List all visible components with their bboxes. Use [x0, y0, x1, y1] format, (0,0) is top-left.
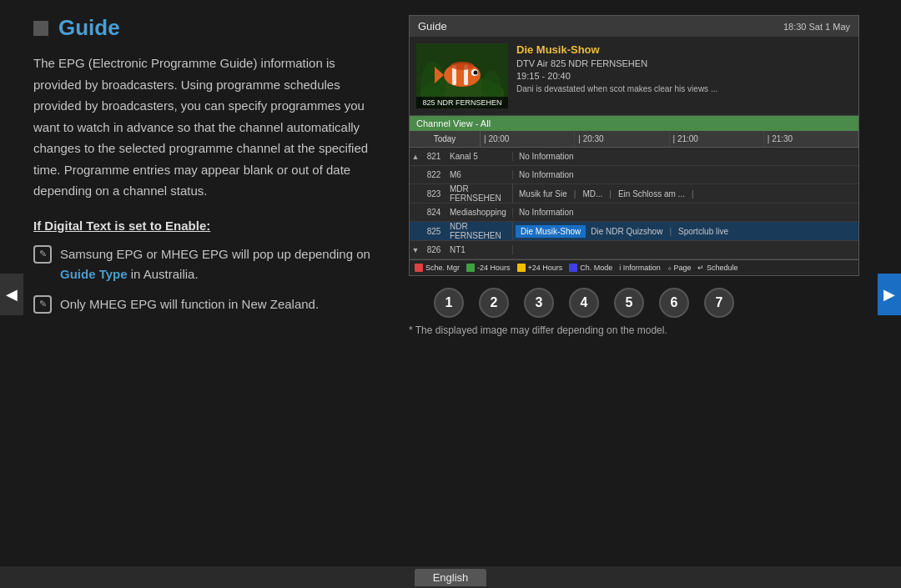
- epg-time-2100: | 21:00: [670, 131, 764, 147]
- note-item-1: ✎ Samsung EPG or MHEG EPG will pop up de…: [33, 244, 384, 284]
- program-cell-active: Die Musik-Show: [516, 225, 586, 238]
- disclaimer-text: * The displayed image may differ dependi…: [409, 324, 667, 336]
- row-channel-name: NT1: [446, 245, 513, 254]
- divider: |: [572, 189, 578, 199]
- red-btn-icon: [415, 264, 423, 272]
- program-cell: Ein Schloss am ...: [615, 188, 688, 200]
- bottom-bar: English: [0, 566, 901, 588]
- num-btn-1[interactable]: 1: [434, 288, 464, 318]
- epg-timeline-today: Today: [410, 131, 481, 147]
- num-btn-3[interactable]: 3: [524, 288, 554, 318]
- sche-label: Sche. Mgr: [425, 264, 460, 272]
- row-num: 822: [421, 170, 446, 179]
- note-text-2: Only MHEG EPG will function in New Zeala…: [60, 294, 319, 314]
- buttons-row: 1 2 3 4 5 6 7: [409, 288, 734, 318]
- num-btn-4[interactable]: 4: [569, 288, 599, 318]
- epg-footer-sche[interactable]: Sche. Mgr: [415, 264, 460, 272]
- note-icon-1: ✎: [33, 245, 52, 264]
- row-arrow: ▲: [410, 153, 421, 161]
- row-arrow: ▼: [410, 246, 421, 254]
- num-btn-2[interactable]: 2: [479, 288, 509, 318]
- nav-arrow-right[interactable]: ▶: [878, 274, 901, 315]
- program-cell: No Information: [516, 168, 577, 181]
- epg-footer-24back[interactable]: -24 Hours: [466, 264, 511, 272]
- epg-footer-info[interactable]: i Information: [619, 264, 661, 272]
- epg-channel-view-bar: Channel View - All: [410, 116, 858, 131]
- blue-btn-icon: [569, 264, 577, 272]
- table-row[interactable]: 822 M6 No Information: [410, 166, 858, 184]
- epg-time-2030: | 20:30: [575, 131, 669, 147]
- epg-footer-page[interactable]: ⬦ Page: [667, 264, 692, 272]
- num-btn-5[interactable]: 5: [614, 288, 644, 318]
- num-btn-6[interactable]: 6: [659, 288, 689, 318]
- epg-program-channel: DTV Air 825 NDR FERNSEHEN: [516, 58, 852, 68]
- table-row[interactable]: 824 Mediashopping No Information: [410, 204, 858, 222]
- row-num: 825: [421, 227, 446, 236]
- page-title: Guide: [58, 15, 120, 41]
- program-cell: Musik fur Sie: [516, 188, 571, 200]
- green-btn-icon: [466, 264, 475, 272]
- row-channel-name: NDR FERNSEHEN: [446, 222, 513, 240]
- row-programs: No Information: [513, 148, 858, 164]
- row-programs: No Information: [513, 204, 858, 220]
- right-panel: Guide 18:30 Sat 1 May: [409, 15, 868, 484]
- epg-channel-rows: ▲ 821 Kanal 5 No Information 822 M6 No I…: [410, 148, 858, 259]
- epg-footer: Sche. Mgr -24 Hours +24 Hours Ch. Mode i…: [410, 259, 858, 275]
- note-text-1: Samsung EPG or MHEG EPG will pop up depe…: [60, 244, 384, 284]
- digital-text-heading: If Digital Text is set to Enable:: [33, 219, 384, 233]
- epg-program-title: Die Musik-Show: [516, 43, 852, 56]
- title-square-icon: [33, 21, 48, 36]
- program-cell: Die NDR Quizshow: [587, 225, 666, 238]
- 24back-label: -24 Hours: [477, 264, 511, 272]
- row-channel-name: M6: [446, 170, 513, 179]
- num-btn-7[interactable]: 7: [704, 288, 734, 318]
- epg-timeline-slots: | 20:00 | 20:30 | 21:00 | 21:30: [481, 131, 858, 147]
- epg-program-time: 19:15 - 20:40: [516, 71, 852, 81]
- row-programs: No Information: [513, 167, 858, 183]
- row-channel-name: MDR FERNSEHEN: [446, 184, 513, 203]
- schedule-label: ↵ Schedule: [697, 264, 737, 272]
- right-arrow-icon: ▶: [883, 285, 895, 304]
- svg-point-10: [450, 62, 474, 70]
- yellow-btn-icon: [517, 264, 526, 272]
- row-programs: [513, 249, 858, 252]
- row-channel-name: Mediashopping: [446, 208, 513, 217]
- table-row[interactable]: 825 NDR FERNSEHEN Die Musik-Show Die NDR…: [410, 222, 858, 241]
- epg-time-2000: | 20:00: [481, 131, 575, 147]
- chmode-label: Ch. Mode: [580, 264, 612, 272]
- nav-arrow-left[interactable]: ◀: [0, 274, 23, 315]
- guide-type-link: Guide Type: [60, 267, 128, 281]
- program-cell: MD...: [579, 188, 606, 200]
- epg-thumbnail: 825 NDR FERNSEHEN: [416, 43, 508, 108]
- program-cell: Sportclub live: [675, 225, 732, 238]
- epg-top-info: 825 NDR FERNSEHEN Die Musik-Show DTV Air…: [410, 37, 858, 116]
- epg-footer-24fwd[interactable]: +24 Hours: [517, 264, 563, 272]
- epg-footer-chmode[interactable]: Ch. Mode: [569, 264, 612, 272]
- divider: |: [690, 189, 696, 199]
- note-item-2: ✎ Only MHEG EPG will function in New Zea…: [33, 294, 384, 314]
- row-num: 824: [421, 208, 446, 217]
- table-row[interactable]: ▼ 826 NT1: [410, 241, 858, 259]
- program-cell: No Information: [516, 206, 577, 219]
- left-arrow-icon: ◀: [6, 285, 18, 304]
- row-num: 823: [421, 189, 446, 199]
- note-icon-2: ✎: [33, 295, 52, 314]
- epg-header-time: 18:30 Sat 1 May: [783, 22, 850, 32]
- epg-container: Guide 18:30 Sat 1 May: [409, 15, 859, 276]
- row-programs: Die Musik-Show Die NDR Quizshow | Sportc…: [513, 224, 858, 239]
- epg-program-desc: Dani is devastated when scot makes clear…: [516, 83, 852, 95]
- row-channel-name: Kanal 5: [446, 152, 513, 161]
- epg-footer-schedule[interactable]: ↵ Schedule: [697, 264, 737, 272]
- row-programs: Musik fur Sie | MD... | Ein Schloss am .…: [513, 186, 858, 202]
- table-row[interactable]: ▲ 821 Kanal 5 No Information: [410, 148, 858, 166]
- row-num: 826: [421, 245, 446, 254]
- epg-header-title: Guide: [418, 20, 447, 33]
- divider: |: [607, 189, 613, 199]
- epg-time-2130: | 21:30: [764, 131, 858, 147]
- description-text: The EPG (Electronic Programme Guide) inf…: [33, 53, 384, 202]
- divider: |: [667, 227, 673, 236]
- table-row[interactable]: 823 MDR FERNSEHEN Musik fur Sie | MD... …: [410, 184, 858, 204]
- epg-program-info: Die Musik-Show DTV Air 825 NDR FERNSEHEN…: [516, 43, 852, 108]
- info-label: i Information: [619, 264, 661, 272]
- language-tab[interactable]: English: [415, 569, 487, 586]
